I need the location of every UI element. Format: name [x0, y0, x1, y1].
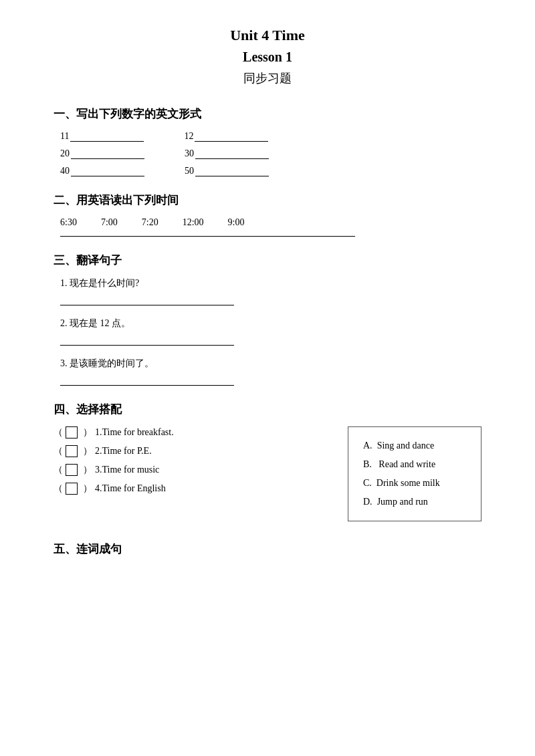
subtitle: 同步习题: [54, 70, 481, 86]
matching-left: （ ） 1.Time for breakfast. （ ） 2.Time for…: [54, 426, 328, 501]
translation-text-2: 现在是 12 点。: [70, 318, 130, 328]
translation-item-1: 1. 现在是什么时间?: [60, 277, 481, 305]
number-label-40: 40: [60, 166, 70, 176]
fill-line-30[interactable]: [195, 148, 269, 159]
match-paren-close-4: ）: [83, 483, 92, 495]
number-item-20: 20: [60, 148, 144, 159]
match-bracket-3[interactable]: [66, 464, 78, 476]
fill-line-20[interactable]: [71, 148, 144, 159]
right-letter-d: D.: [363, 497, 374, 507]
match-bracket-4[interactable]: [66, 483, 78, 495]
section3-title: 三、翻译句子: [54, 253, 481, 268]
section4-title: 四、选择搭配: [54, 402, 481, 417]
match-bracket-1[interactable]: [66, 426, 78, 438]
right-letter-c: C.: [363, 478, 374, 488]
right-text-b: Read and write: [379, 459, 435, 469]
unit-title: Unit 4 Time: [54, 27, 481, 44]
translation-item-3: 3. 是该睡觉的时间了。: [60, 358, 481, 386]
section1-content: 11 12 20 30 40 50: [60, 131, 481, 176]
right-letter-b: B.: [363, 459, 377, 469]
right-item-d: D. Jump and run: [363, 493, 466, 511]
match-bracket-2[interactable]: [66, 445, 78, 457]
translation-text-1: 现在是什么时间?: [70, 278, 139, 288]
match-paren-open-4: （: [54, 483, 63, 495]
match-item-1: （ ） 1.Time for breakfast.: [54, 426, 328, 438]
match-text-4: 4.Time for English: [95, 483, 166, 494]
match-paren-open-2: （: [54, 445, 63, 457]
section5-title: 五、连词成句: [54, 541, 481, 557]
number-item-40: 40: [60, 166, 144, 176]
translation-num-1: 1.: [60, 278, 68, 288]
right-text-a: Sing and dance: [377, 440, 435, 451]
number-label-11: 11: [60, 131, 69, 142]
matching-section: （ ） 1.Time for breakfast. （ ） 2.Time for…: [54, 426, 481, 521]
number-label-30: 30: [185, 148, 194, 159]
time-2: 7:00: [101, 217, 118, 228]
number-label-50: 50: [185, 166, 194, 176]
number-row-3: 40 50: [60, 166, 481, 176]
number-row-2: 20 30: [60, 148, 481, 159]
match-paren-close-2: ）: [83, 445, 92, 457]
number-item-30: 30: [185, 148, 269, 159]
lesson-title: Lesson 1: [54, 49, 481, 65]
right-item-b: B. Read and write: [363, 455, 466, 474]
fill-line-12[interactable]: [195, 131, 268, 142]
translation-num-3: 3.: [60, 358, 68, 368]
match-item-2: （ ） 2.Time for P.E.: [54, 445, 328, 457]
number-item-50: 50: [185, 166, 269, 176]
right-text-d: Jump and run: [377, 497, 428, 507]
time-1: 6:30: [60, 217, 77, 228]
match-item-3: （ ） 3.Time for music: [54, 464, 328, 476]
fill-line-50[interactable]: [195, 166, 269, 176]
right-text-c: Drink some milk: [377, 478, 440, 488]
fill-line-11[interactable]: [70, 131, 144, 142]
fill-line-40[interactable]: [71, 166, 144, 176]
section2-title: 二、用英语读出下列时间: [54, 193, 481, 208]
time-4: 12:00: [183, 217, 204, 228]
number-item-12: 12: [184, 131, 268, 142]
translation-num-2: 2.: [60, 318, 68, 328]
section3-content: 1. 现在是什么时间? 2. 现在是 12 点。 3. 是该睡觉的时间了。: [60, 277, 481, 386]
match-text-1: 1.Time for breakfast.: [95, 427, 174, 438]
answer-line-1[interactable]: [60, 293, 234, 305]
match-paren-close-1: ）: [83, 426, 92, 438]
time-5: 9:00: [228, 217, 245, 228]
match-paren-close-3: ）: [83, 464, 92, 476]
number-item-11: 11: [60, 131, 144, 142]
right-item-c: C. Drink some milk: [363, 474, 466, 493]
section2-divider: [60, 236, 355, 237]
matching-right: A. Sing and dance B. Read and write C. D…: [348, 426, 481, 521]
translation-text-3: 是该睡觉的时间了。: [70, 358, 154, 368]
match-paren-open-3: （: [54, 464, 63, 476]
number-label-12: 12: [184, 131, 193, 142]
time-row: 6:30 7:00 7:20 12:00 9:00: [60, 217, 481, 228]
time-3: 7:20: [142, 217, 158, 228]
match-text-3: 3.Time for music: [95, 465, 159, 475]
match-item-4: （ ） 4.Time for English: [54, 483, 328, 495]
number-row-1: 11 12: [60, 131, 481, 142]
match-text-2: 2.Time for P.E.: [95, 446, 152, 457]
section1-title: 一、写出下列数字的英文形式: [54, 106, 481, 122]
translation-item-2: 2. 现在是 12 点。: [60, 318, 481, 346]
right-letter-a: A.: [363, 440, 374, 451]
answer-line-3[interactable]: [60, 374, 234, 386]
section2-content: 6:30 7:00 7:20 12:00 9:00: [60, 217, 481, 237]
match-paren-open-1: （: [54, 426, 63, 438]
right-item-a: A. Sing and dance: [363, 436, 466, 455]
number-label-20: 20: [60, 148, 70, 159]
answer-line-2[interactable]: [60, 334, 234, 346]
